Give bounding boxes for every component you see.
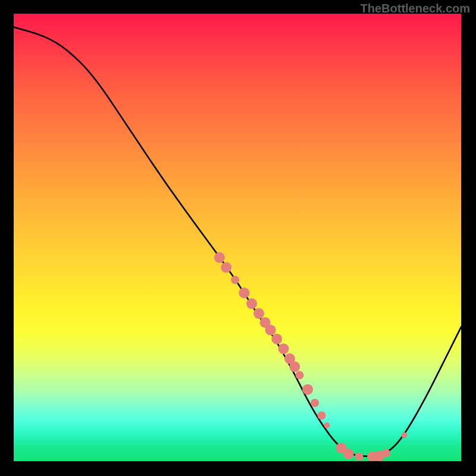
bottleneck-curve-path <box>14 27 461 456</box>
data-marker <box>296 371 304 380</box>
data-marker <box>265 325 276 336</box>
data-marker <box>214 252 225 263</box>
data-markers <box>214 252 408 461</box>
plot-area <box>14 14 461 461</box>
data-marker <box>271 334 282 345</box>
data-marker <box>343 449 354 459</box>
data-marker <box>355 453 364 461</box>
data-marker <box>317 411 325 419</box>
data-marker <box>278 343 289 354</box>
watermark-text: TheBottleneck.com <box>361 2 470 15</box>
data-marker <box>402 432 408 438</box>
data-marker <box>324 422 330 428</box>
data-marker <box>289 361 300 372</box>
data-marker <box>253 308 264 319</box>
data-marker <box>239 287 249 298</box>
data-marker <box>302 384 313 395</box>
data-marker <box>382 449 390 458</box>
data-marker <box>221 262 231 273</box>
curve-svg <box>14 14 461 461</box>
data-marker <box>231 275 239 284</box>
chart-container: TheBottleneck.com <box>0 0 476 476</box>
data-marker <box>246 298 257 309</box>
data-marker <box>311 399 319 407</box>
